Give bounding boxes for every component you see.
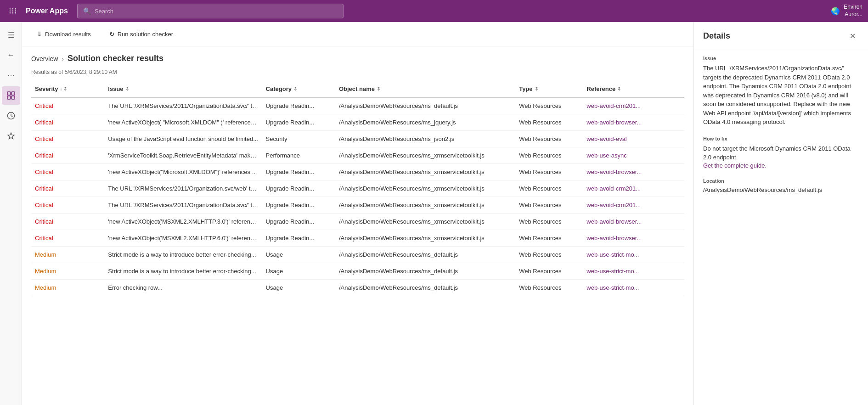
apps-grid-icon[interactable]: ⁝⁝⁝ [6, 6, 20, 16]
cell-reference[interactable]: web-use-async [583, 147, 684, 164]
cell-reference[interactable]: web-avoid-crm201... [583, 197, 684, 214]
cell-category: Upgrade Readin... [262, 214, 335, 230]
sidebar: ☰ ← ⋯ [0, 22, 22, 405]
cell-severity: Medium [31, 280, 104, 296]
sidebar-item-solutions[interactable] [2, 86, 20, 105]
details-header: Details ✕ [694, 22, 868, 48]
cell-object-name: /AnalysisDemo/WebResources/ms_default.js [335, 280, 515, 296]
col-header-category[interactable]: Category ⇕ [262, 81, 335, 97]
table-row[interactable]: MediumError checking row...Usage/Analysi… [31, 280, 684, 296]
reference-link[interactable]: web-use-strict-mo... [586, 284, 681, 291]
cell-severity: Critical [31, 97, 104, 114]
cell-category: Upgrade Readin... [262, 97, 335, 114]
notification-icon[interactable]: 🌏 [831, 7, 840, 16]
cell-reference[interactable]: web-avoid-eval [583, 131, 684, 147]
table-row[interactable]: Critical'new ActiveXObject('MSXML2.XMLHT… [31, 230, 684, 247]
cell-reference[interactable]: web-avoid-crm201... [583, 180, 684, 197]
cell-reference[interactable]: web-use-strict-mo... [583, 280, 684, 296]
table-row[interactable]: CriticalThe URL '/XRMServices/2011/Organ… [31, 97, 684, 114]
reference-link[interactable]: web-use-async [586, 152, 681, 159]
reference-link[interactable]: web-use-strict-mo... [586, 268, 681, 275]
col-header-object[interactable]: Object name ⇕ [335, 81, 515, 97]
sidebar-item-history[interactable] [2, 107, 20, 125]
col-header-type[interactable]: Type ⇕ [515, 81, 583, 97]
top-navigation: ⁝⁝⁝ Power Apps 🔍 🌏 Environ Auror... [0, 0, 868, 22]
breadcrumb-separator: › [62, 55, 64, 62]
sort-issue-icon: ⇕ [125, 86, 129, 91]
sidebar-item-more[interactable]: ⋯ [2, 66, 20, 84]
table-row[interactable]: MediumStrict mode is a way to introduce … [31, 247, 684, 263]
cell-type: Web Resources [515, 147, 583, 164]
details-title: Details [703, 31, 730, 41]
reference-link[interactable]: web-avoid-crm201... [586, 185, 681, 192]
cell-reference[interactable]: web-avoid-browser... [583, 214, 684, 230]
cell-reference[interactable]: web-use-strict-mo... [583, 263, 684, 280]
reference-link[interactable]: web-avoid-browser... [586, 235, 681, 242]
cell-category: Upgrade Readin... [262, 114, 335, 131]
search-input[interactable] [95, 8, 338, 15]
details-howtofix-label: How to fix [703, 136, 859, 141]
table-row[interactable]: Critical'new ActiveXObject("Microsoft.XM… [31, 164, 684, 180]
cell-reference[interactable]: web-use-strict-mo... [583, 247, 684, 263]
cell-type: Web Resources [515, 114, 583, 131]
reference-link[interactable]: web-use-strict-mo... [586, 251, 681, 258]
cell-issue: 'new ActiveXObject("Microsoft.XMLDOM")' … [104, 164, 262, 180]
reference-link[interactable]: web-avoid-browser... [586, 169, 681, 175]
cell-reference[interactable]: web-avoid-browser... [583, 230, 684, 247]
sidebar-item-back[interactable]: ← [2, 46, 20, 64]
breadcrumb-current: Solution checker results [68, 54, 163, 63]
reference-link[interactable]: web-avoid-browser... [586, 119, 681, 126]
cell-issue: The URL '/XRMServices/2011/OrganizationD… [104, 197, 262, 214]
reference-link[interactable]: web-avoid-crm201... [586, 202, 681, 208]
svg-rect-3 [11, 96, 15, 99]
cell-category: Usage [262, 263, 335, 280]
table-row[interactable]: Critical'XrmServiceToolkit.Soap.Retrieve… [31, 147, 684, 164]
cell-issue: The URL '/XRMServices/2011/Organization.… [104, 180, 262, 197]
reference-link[interactable]: web-avoid-browser... [586, 218, 681, 225]
cell-issue: 'new ActiveXObject('MSXML2.XMLHTTP.3.0')… [104, 214, 262, 230]
breadcrumb: Overview › Solution checker results [22, 46, 693, 67]
cell-category: Upgrade Readin... [262, 230, 335, 247]
details-guide-link[interactable]: Get the complete guide. [703, 162, 767, 169]
details-close-button[interactable]: ✕ [846, 29, 859, 42]
details-issue-text: The URL '/XRMServices/2011/OrganizationD… [703, 64, 859, 127]
cell-severity: Critical [31, 230, 104, 247]
sidebar-item-menu[interactable]: ☰ [2, 26, 20, 44]
reference-link[interactable]: web-avoid-eval [586, 135, 681, 142]
toolbar: ⇓ Download results ↻ Run solution checke… [22, 22, 693, 46]
cell-issue: 'XrmServiceToolkit.Soap.RetrieveEntityMe… [104, 147, 262, 164]
table-row[interactable]: Critical'new ActiveXObject( "Microsoft.X… [31, 114, 684, 131]
details-location-label: Location [703, 178, 859, 184]
col-header-reference[interactable]: Reference ⇕ [583, 81, 684, 97]
col-header-issue[interactable]: Issue ⇕ [104, 81, 262, 97]
table-row[interactable]: CriticalUsage of the JavaScript eval fun… [31, 131, 684, 147]
reference-link[interactable]: web-avoid-crm201... [586, 102, 681, 109]
col-header-severity[interactable]: Severity ↓ ⇕ [31, 81, 104, 97]
cell-type: Web Resources [515, 214, 583, 230]
cell-type: Web Resources [515, 230, 583, 247]
table-row[interactable]: CriticalThe URL '/XRMServices/2011/Organ… [31, 180, 684, 197]
details-location-text: /AnalysisDemo/WebResources/ms_default.js [703, 186, 859, 193]
sidebar-item-launch[interactable] [2, 127, 20, 145]
download-icon: ⇓ [37, 30, 42, 38]
sort-type-icon: ⇕ [535, 86, 538, 91]
cell-type: Web Resources [515, 263, 583, 280]
results-table: Severity ↓ ⇕ Issue ⇕ Cat [31, 81, 684, 296]
cell-category: Upgrade Readin... [262, 197, 335, 214]
table-row[interactable]: MediumStrict mode is a way to introduce … [31, 263, 684, 280]
cell-reference[interactable]: web-avoid-browser... [583, 114, 684, 131]
search-bar[interactable]: 🔍 [77, 4, 344, 18]
download-results-button[interactable]: ⇓ Download results [31, 28, 96, 40]
cell-object-name: /AnalysisDemo/WebResources/ms_default.js [335, 263, 515, 280]
cell-reference[interactable]: web-avoid-crm201... [583, 97, 684, 114]
cell-severity: Critical [31, 180, 104, 197]
cell-reference[interactable]: web-avoid-browser... [583, 164, 684, 180]
cell-object-name: /AnalysisDemo/WebResources/ms_xrmservice… [335, 230, 515, 247]
svg-rect-1 [11, 92, 15, 95]
table-row[interactable]: CriticalThe URL '/XRMServices/2011/Organ… [31, 197, 684, 214]
cell-type: Web Resources [515, 164, 583, 180]
table-row[interactable]: Critical'new ActiveXObject('MSXML2.XMLHT… [31, 214, 684, 230]
breadcrumb-overview-link[interactable]: Overview [31, 55, 58, 62]
cell-severity: Critical [31, 164, 104, 180]
run-solution-checker-button[interactable]: ↻ Run solution checker [104, 28, 179, 40]
